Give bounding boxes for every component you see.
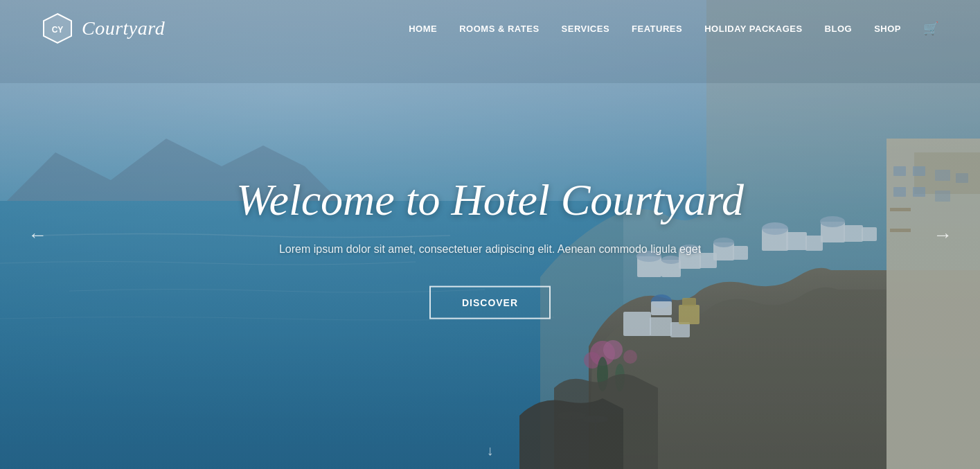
discover-button[interactable]: Discover [429, 286, 551, 319]
nav-item-features[interactable]: FEATURES [632, 22, 682, 35]
nav-menu: HOME ROOMS & RATES SERVICES FEATURES HOL… [409, 21, 938, 36]
hero-content: Welcome to Hotel Courtyard Lorem ipsum d… [179, 173, 802, 319]
nav-item-cart[interactable]: 🛒 [923, 21, 938, 36]
scroll-down-button[interactable]: ↓ [487, 443, 494, 459]
next-slide-button[interactable]: → [926, 217, 959, 253]
nav-item-holiday[interactable]: HOLIDAY PACKAGES [704, 22, 802, 35]
nav-link-shop[interactable]: SHOP [874, 24, 901, 34]
hero-section: CY Courtyard HOME ROOMS & RATES SERVICES… [0, 0, 980, 469]
nav-item-rooms[interactable]: ROOMS & RATES [459, 22, 539, 35]
nav-link-features[interactable]: FEATURES [632, 24, 682, 34]
nav-link-home[interactable]: HOME [409, 24, 437, 34]
nav-link-holiday[interactable]: HOLIDAY PACKAGES [704, 24, 802, 34]
navbar: CY Courtyard HOME ROOMS & RATES SERVICES… [0, 0, 980, 57]
nav-item-shop[interactable]: SHOP [874, 22, 901, 35]
nav-item-services[interactable]: SERVICES [562, 22, 610, 35]
nav-item-blog[interactable]: BLOG [825, 22, 853, 35]
svg-text:CY: CY [52, 25, 64, 35]
hero-title: Welcome to Hotel Courtyard [179, 173, 802, 227]
nav-item-home[interactable]: HOME [409, 22, 437, 35]
prev-slide-button[interactable]: ← [21, 217, 54, 253]
logo-icon: CY [42, 12, 73, 44]
logo-name: Courtyard [82, 17, 165, 39]
nav-link-blog[interactable]: BLOG [825, 24, 853, 34]
hero-subtitle: Lorem ipsum dolor sit amet, consectetuer… [179, 240, 802, 258]
nav-link-rooms[interactable]: ROOMS & RATES [459, 24, 539, 34]
nav-link-services[interactable]: SERVICES [562, 24, 610, 34]
logo[interactable]: CY Courtyard [42, 12, 165, 44]
cart-icon[interactable]: 🛒 [923, 21, 938, 35]
